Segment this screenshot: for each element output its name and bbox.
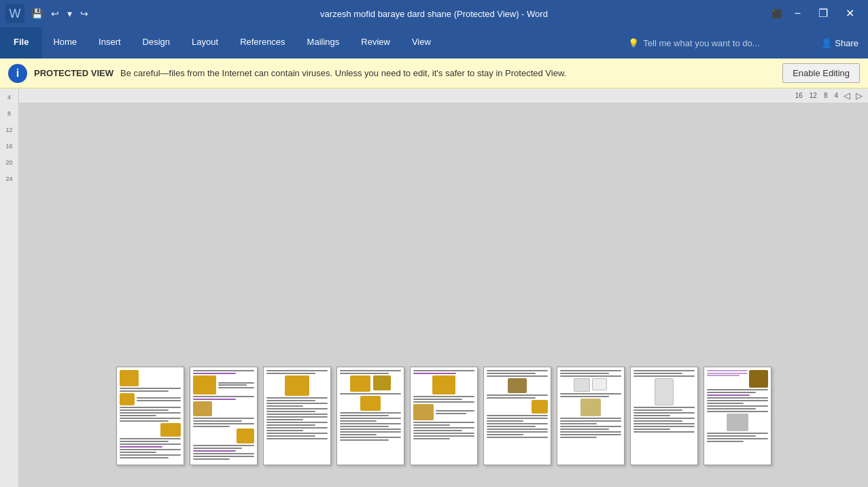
protected-view-bar: i PROTECTED VIEW Be careful—files from t…	[0, 58, 868, 88]
ruler-num-16: 16	[795, 92, 803, 99]
page-thumb-3[interactable]	[263, 367, 331, 465]
tab-mailings[interactable]: Mailings	[296, 27, 351, 58]
maximize-button[interactable]: ❐	[810, 5, 836, 22]
page-thumb-4[interactable]	[336, 367, 404, 465]
enable-editing-button[interactable]: Enable Editing	[782, 63, 860, 83]
tab-review[interactable]: Review	[350, 27, 401, 58]
ruler-mark-12: 12	[0, 127, 18, 133]
ruler-mark-20: 20	[0, 159, 18, 166]
ruler-left-arrow[interactable]: ◁	[844, 90, 850, 101]
page6-image2	[532, 400, 548, 414]
close-button[interactable]: ✕	[837, 5, 863, 22]
tab-home[interactable]: Home	[42, 27, 88, 58]
undo-dropdown-button[interactable]: ▾	[65, 7, 75, 20]
page3-image1	[285, 375, 309, 396]
title-bar-left: W 💾 ↩ ▾ ↪	[5, 4, 91, 23]
page4-image2	[373, 375, 391, 390]
person-icon: 👤	[821, 38, 832, 48]
tab-design[interactable]: Design	[132, 27, 181, 58]
top-ruler: 16 12 8 4 ◁ ▷	[19, 88, 868, 103]
page4-image1	[350, 375, 370, 392]
page-thumb-9[interactable]	[704, 367, 771, 465]
ribbon: File Home Insert Design Layout Reference…	[0, 27, 868, 58]
share-label: Share	[835, 38, 858, 48]
ruler-mark-8: 8	[0, 110, 18, 117]
undo-button[interactable]: ↩	[48, 7, 62, 20]
page2-image1	[193, 375, 216, 394]
page-thumb-2[interactable]	[190, 367, 258, 465]
ruler-mark-4: 4	[0, 94, 18, 101]
tab-insert[interactable]: Insert	[88, 27, 132, 58]
restore-window-button[interactable]: ⬛	[769, 7, 785, 20]
page-thumb-8[interactable]	[630, 367, 698, 465]
tell-me-search[interactable]: 💡	[621, 27, 812, 58]
quick-access-toolbar: 💾 ↩ ▾ ↪	[29, 7, 91, 20]
page-thumb-7[interactable]	[557, 367, 625, 465]
page5-image1	[432, 375, 455, 394]
protected-view-message: Be careful—files from the Internet can c…	[120, 68, 776, 78]
tab-layout[interactable]: Layout	[181, 27, 229, 58]
ruler-right-arrow[interactable]: ▷	[856, 90, 863, 101]
ruler-mark-24: 24	[0, 175, 18, 182]
search-input[interactable]	[643, 38, 805, 48]
ruler-num-4: 4	[834, 92, 838, 99]
ruler-numbers: 16 12 8 4	[795, 92, 838, 99]
ruler-mark-16: 16	[0, 143, 18, 150]
tab-references[interactable]: References	[229, 27, 296, 58]
page6-image1	[508, 378, 527, 393]
document-area: 16 12 8 4 ◁ ▷	[19, 88, 868, 487]
page1-image1	[120, 370, 139, 386]
title-bar: W 💾 ↩ ▾ ↪ varzesh mofid baraye dard shan…	[0, 0, 868, 27]
pages-thumbnail-strip	[19, 358, 868, 473]
info-icon: i	[8, 64, 27, 83]
minimize-button[interactable]: −	[786, 5, 809, 22]
tab-view[interactable]: View	[401, 27, 442, 58]
word-app-icon: W	[5, 4, 24, 23]
page7-image3	[580, 399, 601, 416]
page-thumb-5[interactable]	[410, 367, 478, 465]
window-controls: ⬛ − ❐ ✕	[769, 5, 863, 22]
save-button[interactable]: 💾	[29, 7, 46, 20]
document-title: varzesh mofid baraye dard shane (Protect…	[320, 9, 548, 19]
redo-button[interactable]: ↪	[77, 7, 91, 20]
left-ruler: 4 8 12 16 20 24	[0, 88, 19, 487]
page-thumb-1[interactable]	[116, 367, 184, 465]
protected-view-label: PROTECTED VIEW	[34, 68, 114, 78]
page1-image2	[120, 393, 135, 405]
ruler-num-12: 12	[810, 92, 817, 99]
page8-image1	[655, 378, 674, 405]
lightbulb-icon: 💡	[628, 38, 639, 48]
page1-image3	[160, 423, 181, 437]
ruler-num-8: 8	[824, 92, 828, 99]
page4-image3	[360, 396, 381, 411]
page-thumb-6[interactable]	[483, 367, 551, 465]
page2-image2	[193, 401, 212, 416]
page2-image3	[237, 429, 254, 443]
page9-image1	[749, 370, 768, 388]
share-button[interactable]: 👤 Share	[812, 27, 868, 58]
page7-image1	[574, 378, 590, 392]
page9-image2	[727, 414, 748, 431]
page7-image2	[592, 378, 607, 390]
tab-file[interactable]: File	[0, 27, 42, 58]
main-area: 4 8 12 16 20 24 16 12 8 4 ◁ ▷	[0, 88, 868, 487]
page5-image2	[413, 404, 434, 420]
